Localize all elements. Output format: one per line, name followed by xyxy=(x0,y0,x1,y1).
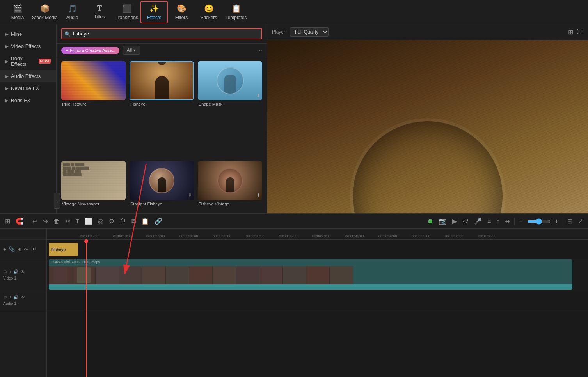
sidebar-collapse-button[interactable]: ‹ xyxy=(54,193,60,209)
sidebar-label-mine: Mine xyxy=(11,31,22,37)
timeline-tracks: Fisheye 154245-uhd_4096_2160_25fps xyxy=(47,240,588,377)
track-label-audio1: ⚙ + 🔊 👁 Audio 1 xyxy=(0,290,46,310)
video1-track-row: 154245-uhd_4096_2160_25fps xyxy=(47,259,588,290)
toolbar-item-stock-media[interactable]: 📦 Stock Media xyxy=(31,1,59,23)
expand-icon[interactable]: ⛶ xyxy=(577,28,583,36)
track-volume-icon[interactable]: 🔊 xyxy=(13,269,19,274)
playhead[interactable] xyxy=(86,240,87,377)
search-input[interactable] xyxy=(61,28,262,39)
sidebar-item-newblue-fx[interactable]: ▶ NewBlue FX xyxy=(0,82,56,94)
mask-button[interactable]: ◎ xyxy=(97,216,105,226)
track-settings-icon[interactable]: ⚙ xyxy=(3,269,7,274)
filter-row: ✦ Filmora Creative Asse... All ▾ ··· xyxy=(57,44,267,57)
ruler-mark-8: 00:00:45:00 xyxy=(345,234,364,238)
sidebar-item-mine[interactable]: ▶ Mine xyxy=(0,28,56,40)
templates-icon: 📋 xyxy=(231,4,241,13)
grid-layout-button[interactable]: ⊞ xyxy=(4,216,11,226)
effect-item-pixel-texture[interactable]: Pixel Texture xyxy=(61,61,126,157)
layers-button[interactable]: ≡ xyxy=(486,217,492,226)
expand-tl-button[interactable]: ⤢ xyxy=(577,216,584,226)
video-clip[interactable]: 154245-uhd_4096_2160_25fps xyxy=(49,259,572,290)
video-frame xyxy=(330,266,353,284)
more-options-button[interactable]: ··· xyxy=(257,47,262,54)
track-add-icon[interactable]: + xyxy=(9,269,11,274)
effect-thumb-vintage-newspaper: ████ ██ ███████████ ██ ██████████ ████ █… xyxy=(61,161,126,200)
ruler-mark-7: 00:00:40:00 xyxy=(312,234,331,238)
asset-badge-label: ✦ Filmora Creative Asse... xyxy=(65,48,115,53)
add-effect-icon[interactable]: + xyxy=(3,246,6,252)
timeline-area: ⊞ 🧲 ↩ ↪ 🗑 ✂ T ⬜ ◎ ⚙ ⏱ ⧉ 📋 🔗 ⏺ 📷 ▶ 🛡 🎤 ≡ … xyxy=(0,213,588,377)
shield-button[interactable]: 🛡 xyxy=(461,217,470,226)
magnet-button[interactable]: 🧲 xyxy=(14,216,25,226)
toolbar-item-stickers[interactable]: 😊 Stickers xyxy=(195,1,222,23)
toolbar-item-titles[interactable]: T Titles xyxy=(86,1,113,23)
track-eye-icon[interactable]: 👁 xyxy=(21,269,25,274)
sidebar-item-boris-fx[interactable]: ▶ Boris FX xyxy=(0,94,56,106)
sidebar-label-body-effects: Body Effects xyxy=(11,55,36,67)
player-header: Player Full Quality 1/2 Quality 1/4 Qual… xyxy=(267,24,588,40)
video-frame xyxy=(49,266,72,284)
grid-view-icon[interactable]: ⊞ xyxy=(568,28,573,36)
audio-wave-icon: 〜 xyxy=(24,246,29,253)
zoom-in-button[interactable]: + xyxy=(554,217,560,226)
paste-button[interactable]: 📋 xyxy=(140,216,150,226)
ai-button[interactable]: ⚙ xyxy=(108,216,115,226)
zoom-out-button[interactable]: − xyxy=(518,217,524,226)
all-filter-button[interactable]: All ▾ xyxy=(123,46,140,55)
audio1-label: Audio 1 xyxy=(3,301,16,306)
zoom-slider[interactable] xyxy=(527,218,551,225)
player-label: Player xyxy=(272,29,285,35)
titles-icon: T xyxy=(97,4,102,12)
effect-item-fisheye[interactable]: Fisheye xyxy=(130,61,194,157)
audio-settings-icon[interactable]: ⚙ xyxy=(3,295,7,300)
toolbar-item-filters[interactable]: 🎨 Filters xyxy=(168,1,195,23)
effect-item-shape-mask[interactable]: ⬇ Shape Mask xyxy=(198,61,262,157)
toolbar-label-media: Media xyxy=(11,15,24,20)
grid-button[interactable]: ⊞ xyxy=(566,216,574,226)
cut-button[interactable]: ✂ xyxy=(64,216,71,226)
playhead-head xyxy=(84,239,88,243)
camera-button[interactable]: 📷 xyxy=(438,216,448,226)
link-button[interactable]: 🔗 xyxy=(153,216,163,226)
mic-button[interactable]: 🎤 xyxy=(473,216,483,226)
ruler-mark-5: 00:00:30:00 xyxy=(246,234,265,238)
timeline-body: + 📎 ⊞ 〜 👁 ⚙ + 🔊 👁 Video 1 ⚙ xyxy=(0,229,588,377)
audio-eye-icon[interactable]: 👁 xyxy=(21,295,25,299)
audio-add-icon[interactable]: + xyxy=(9,295,11,299)
toolbar-item-transitions[interactable]: ⬛ Transitions xyxy=(113,1,140,23)
player-header-icons: ⊞ ⛶ xyxy=(568,28,583,36)
timer-button[interactable]: ⏱ xyxy=(119,217,127,226)
motion-button[interactable]: ↕ xyxy=(495,217,501,226)
video-frame xyxy=(213,266,236,284)
undo-button[interactable]: ↩ xyxy=(31,216,39,226)
sidebar-item-body-effects[interactable]: ▶ Body Effects NEW! xyxy=(0,52,56,70)
sidebar-item-audio-effects[interactable]: ▶ Audio Effects xyxy=(0,70,56,82)
effect-clip[interactable]: Fisheye xyxy=(49,243,78,256)
record-button[interactable]: ⏺ xyxy=(426,217,435,226)
transitions-icon: ⬛ xyxy=(122,4,132,13)
effect-label-starlight-fisheye: Starlight Fisheye xyxy=(130,202,194,206)
quality-select[interactable]: Full Quality 1/2 Quality 1/4 Quality xyxy=(290,27,329,37)
audio-volume-icon[interactable]: 🔊 xyxy=(13,295,19,300)
asset-badge[interactable]: ✦ Filmora Creative Asse... xyxy=(61,47,119,54)
toolbar-item-templates[interactable]: 📋 Templates xyxy=(222,1,250,23)
copy-button[interactable]: ⧉ xyxy=(130,217,137,226)
video-frame xyxy=(189,266,213,284)
toolbar-item-media[interactable]: 🎬 Media xyxy=(4,1,31,23)
play-tl-button[interactable]: ▶ xyxy=(451,216,458,226)
delete-button[interactable]: 🗑 xyxy=(52,217,61,226)
stretch-button[interactable]: ⬌ xyxy=(504,216,511,226)
sidebar-label-audio-effects: Audio Effects xyxy=(11,73,41,79)
title-button[interactable]: T xyxy=(75,217,80,226)
redo-button[interactable]: ↪ xyxy=(42,216,49,226)
sidebar-item-video-effects[interactable]: ▶ Video Effects xyxy=(0,40,56,52)
toolbar-label-transitions: Transitions xyxy=(115,15,138,20)
toolbar-item-effects[interactable]: ✨ Effects xyxy=(140,1,168,23)
effect-label-pixel-texture: Pixel Texture xyxy=(61,102,126,106)
toolbar-item-audio[interactable]: 🎵 Audio xyxy=(59,1,86,23)
eye-icon[interactable]: 👁 xyxy=(31,246,36,252)
ruler-mark-1: 00:00:10:00 xyxy=(113,234,132,238)
video1-label: Video 1 xyxy=(3,276,16,280)
effect-label-fisheye-vintage: Fisheye Vintage xyxy=(198,202,262,206)
crop-button[interactable]: ⬜ xyxy=(83,216,94,226)
